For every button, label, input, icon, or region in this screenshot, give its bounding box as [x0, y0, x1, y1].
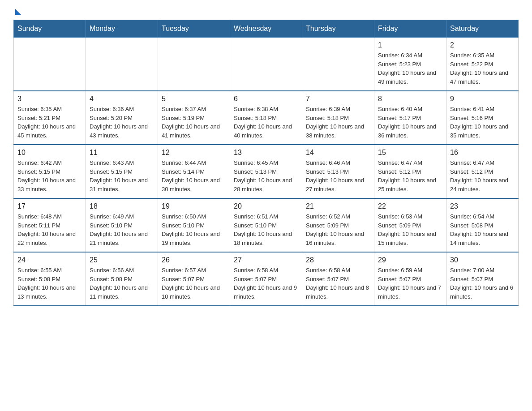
weekday-header-sunday: Sunday	[14, 20, 86, 38]
calendar-cell: 6Sunrise: 6:38 AM Sunset: 5:18 PM Daylig…	[230, 91, 302, 145]
week-row-5: 24Sunrise: 6:55 AM Sunset: 5:08 PM Dayli…	[14, 252, 519, 306]
day-number: 15	[378, 149, 442, 157]
calendar-cell: 3Sunrise: 6:35 AM Sunset: 5:21 PM Daylig…	[14, 91, 86, 145]
day-info: Sunrise: 6:58 AM Sunset: 5:07 PM Dayligh…	[234, 266, 298, 301]
day-info: Sunrise: 6:50 AM Sunset: 5:10 PM Dayligh…	[162, 212, 226, 247]
day-info: Sunrise: 6:46 AM Sunset: 5:13 PM Dayligh…	[306, 158, 370, 193]
day-number: 22	[378, 202, 442, 210]
day-info: Sunrise: 6:36 AM Sunset: 5:20 PM Dayligh…	[90, 105, 154, 140]
calendar-cell: 14Sunrise: 6:46 AM Sunset: 5:13 PM Dayli…	[302, 145, 374, 198]
logo-triangle-icon	[15, 9, 21, 15]
calendar-cell: 11Sunrise: 6:43 AM Sunset: 5:15 PM Dayli…	[86, 145, 158, 198]
day-number: 6	[234, 95, 298, 103]
day-number: 19	[162, 202, 226, 210]
day-info: Sunrise: 6:56 AM Sunset: 5:08 PM Dayligh…	[90, 266, 154, 301]
calendar-cell	[86, 38, 158, 91]
calendar-header: SundayMondayTuesdayWednesdayThursdayFrid…	[14, 20, 519, 38]
calendar-cell	[302, 38, 374, 91]
day-number: 16	[450, 149, 515, 157]
calendar-cell: 16Sunrise: 6:47 AM Sunset: 5:12 PM Dayli…	[446, 145, 519, 198]
weekday-header-wednesday: Wednesday	[230, 20, 302, 38]
day-number: 18	[90, 202, 154, 210]
day-number: 30	[450, 256, 515, 264]
day-info: Sunrise: 6:54 AM Sunset: 5:08 PM Dayligh…	[450, 212, 515, 247]
calendar-cell	[14, 38, 86, 91]
day-number: 9	[450, 95, 515, 103]
day-number: 1	[378, 41, 442, 49]
calendar-cell: 18Sunrise: 6:49 AM Sunset: 5:10 PM Dayli…	[86, 198, 158, 252]
day-number: 26	[162, 256, 226, 264]
calendar-cell: 1Sunrise: 6:34 AM Sunset: 5:23 PM Daylig…	[374, 38, 446, 91]
calendar-cell: 7Sunrise: 6:39 AM Sunset: 5:18 PM Daylig…	[302, 91, 374, 145]
weekday-header-monday: Monday	[86, 20, 158, 38]
weekday-header-tuesday: Tuesday	[158, 20, 230, 38]
day-info: Sunrise: 6:47 AM Sunset: 5:12 PM Dayligh…	[450, 158, 515, 193]
day-number: 10	[17, 149, 82, 157]
day-info: Sunrise: 6:52 AM Sunset: 5:09 PM Dayligh…	[306, 212, 370, 247]
calendar-cell: 19Sunrise: 6:50 AM Sunset: 5:10 PM Dayli…	[158, 198, 230, 252]
weekday-header-saturday: Saturday	[446, 20, 519, 38]
day-number: 24	[17, 256, 82, 264]
calendar-cell: 8Sunrise: 6:40 AM Sunset: 5:17 PM Daylig…	[374, 91, 446, 145]
weekday-header-thursday: Thursday	[302, 20, 374, 38]
calendar-cell: 9Sunrise: 6:41 AM Sunset: 5:16 PM Daylig…	[446, 91, 519, 145]
logo-top	[13, 9, 21, 15]
day-info: Sunrise: 6:43 AM Sunset: 5:15 PM Dayligh…	[90, 158, 154, 193]
calendar-cell: 10Sunrise: 6:42 AM Sunset: 5:15 PM Dayli…	[14, 145, 86, 198]
calendar-cell: 20Sunrise: 6:51 AM Sunset: 5:10 PM Dayli…	[230, 198, 302, 252]
day-info: Sunrise: 6:59 AM Sunset: 5:07 PM Dayligh…	[378, 266, 442, 301]
day-number: 3	[17, 95, 82, 103]
calendar-cell: 29Sunrise: 6:59 AM Sunset: 5:07 PM Dayli…	[374, 252, 446, 306]
day-number: 14	[306, 149, 370, 157]
day-number: 13	[234, 149, 298, 157]
day-info: Sunrise: 6:55 AM Sunset: 5:08 PM Dayligh…	[17, 266, 82, 301]
calendar-body: 1Sunrise: 6:34 AM Sunset: 5:23 PM Daylig…	[14, 38, 519, 306]
logo	[13, 9, 21, 15]
day-info: Sunrise: 6:58 AM Sunset: 5:07 PM Dayligh…	[306, 266, 370, 301]
calendar-cell: 27Sunrise: 6:58 AM Sunset: 5:07 PM Dayli…	[230, 252, 302, 306]
calendar-cell: 13Sunrise: 6:45 AM Sunset: 5:13 PM Dayli…	[230, 145, 302, 198]
day-number: 28	[306, 256, 370, 264]
calendar-cell: 21Sunrise: 6:52 AM Sunset: 5:09 PM Dayli…	[302, 198, 374, 252]
day-number: 12	[162, 149, 226, 157]
day-info: Sunrise: 6:37 AM Sunset: 5:19 PM Dayligh…	[162, 105, 226, 140]
day-info: Sunrise: 6:48 AM Sunset: 5:11 PM Dayligh…	[17, 212, 82, 247]
day-number: 20	[234, 202, 298, 210]
page-header	[13, 9, 519, 15]
day-number: 27	[234, 256, 298, 264]
day-number: 25	[90, 256, 154, 264]
day-number: 11	[90, 149, 154, 157]
day-number: 5	[162, 95, 226, 103]
calendar-cell: 5Sunrise: 6:37 AM Sunset: 5:19 PM Daylig…	[158, 91, 230, 145]
day-info: Sunrise: 6:41 AM Sunset: 5:16 PM Dayligh…	[450, 105, 515, 140]
calendar-cell: 12Sunrise: 6:44 AM Sunset: 5:14 PM Dayli…	[158, 145, 230, 198]
day-info: Sunrise: 6:51 AM Sunset: 5:10 PM Dayligh…	[234, 212, 298, 247]
day-info: Sunrise: 6:35 AM Sunset: 5:21 PM Dayligh…	[17, 105, 82, 140]
day-info: Sunrise: 6:40 AM Sunset: 5:17 PM Dayligh…	[378, 105, 442, 140]
calendar-cell: 4Sunrise: 6:36 AM Sunset: 5:20 PM Daylig…	[86, 91, 158, 145]
week-row-4: 17Sunrise: 6:48 AM Sunset: 5:11 PM Dayli…	[14, 198, 519, 252]
day-info: Sunrise: 6:49 AM Sunset: 5:10 PM Dayligh…	[90, 212, 154, 247]
day-info: Sunrise: 6:44 AM Sunset: 5:14 PM Dayligh…	[162, 158, 226, 193]
calendar-table: SundayMondayTuesdayWednesdayThursdayFrid…	[13, 20, 519, 306]
day-info: Sunrise: 6:34 AM Sunset: 5:23 PM Dayligh…	[378, 51, 442, 86]
day-info: Sunrise: 6:47 AM Sunset: 5:12 PM Dayligh…	[378, 158, 442, 193]
calendar-cell: 23Sunrise: 6:54 AM Sunset: 5:08 PM Dayli…	[446, 198, 519, 252]
calendar-cell: 28Sunrise: 6:58 AM Sunset: 5:07 PM Dayli…	[302, 252, 374, 306]
day-number: 7	[306, 95, 370, 103]
day-info: Sunrise: 6:39 AM Sunset: 5:18 PM Dayligh…	[306, 105, 370, 140]
day-info: Sunrise: 6:35 AM Sunset: 5:22 PM Dayligh…	[450, 51, 515, 86]
day-number: 17	[17, 202, 82, 210]
calendar-cell: 24Sunrise: 6:55 AM Sunset: 5:08 PM Dayli…	[14, 252, 86, 306]
day-number: 21	[306, 202, 370, 210]
calendar-cell: 30Sunrise: 7:00 AM Sunset: 5:07 PM Dayli…	[446, 252, 519, 306]
weekday-header-row: SundayMondayTuesdayWednesdayThursdayFrid…	[14, 20, 519, 38]
calendar-cell	[230, 38, 302, 91]
week-row-3: 10Sunrise: 6:42 AM Sunset: 5:15 PM Dayli…	[14, 145, 519, 198]
day-number: 29	[378, 256, 442, 264]
week-row-2: 3Sunrise: 6:35 AM Sunset: 5:21 PM Daylig…	[14, 91, 519, 145]
weekday-header-friday: Friday	[374, 20, 446, 38]
day-info: Sunrise: 7:00 AM Sunset: 5:07 PM Dayligh…	[450, 266, 515, 301]
calendar-cell: 22Sunrise: 6:53 AM Sunset: 5:09 PM Dayli…	[374, 198, 446, 252]
day-info: Sunrise: 6:45 AM Sunset: 5:13 PM Dayligh…	[234, 158, 298, 193]
